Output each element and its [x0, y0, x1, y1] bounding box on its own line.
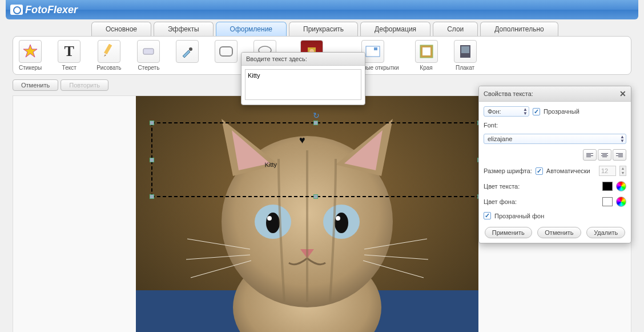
text-entry-popup: Вводите текст здесь:: [241, 52, 365, 105]
svg-rect-10: [366, 46, 380, 57]
auto-size-checkbox[interactable]: [536, 167, 543, 175]
stickers-icon: [19, 40, 42, 63]
header-bar: FotoFlexer: [6, 0, 638, 19]
font-size-label: Размер шрифта:: [484, 167, 532, 174]
delete-button[interactable]: Удалить: [586, 227, 625, 238]
text-color-picker-icon[interactable]: [616, 181, 626, 191]
tool-shape-rect[interactable]: [215, 40, 238, 65]
tool-edges[interactable]: Края: [415, 40, 438, 71]
tool-poster[interactable]: Плакат: [454, 40, 477, 71]
svg-point-4: [189, 47, 192, 51]
tab-distort[interactable]: Деформация: [360, 22, 430, 36]
tool-draw[interactable]: Рисовать: [96, 40, 121, 71]
transparent-checkbox[interactable]: [533, 108, 540, 115]
svg-rect-5: [220, 47, 232, 56]
tool-color-picker[interactable]: [176, 40, 199, 65]
svg-point-23: [335, 213, 348, 233]
resize-handle-s[interactable]: [313, 194, 318, 199]
redo-button[interactable]: Повторить: [61, 79, 108, 91]
text-color-swatch[interactable]: [602, 182, 613, 191]
transparent-bg-checkbox[interactable]: [484, 212, 491, 219]
cancel-button[interactable]: Отменить: [537, 227, 581, 238]
chevron-updown-icon: ▲▼: [523, 107, 528, 115]
apply-button[interactable]: Применить: [485, 227, 532, 238]
undo-button[interactable]: Отменить: [13, 79, 58, 91]
panel-title: Свойства текста:: [484, 90, 533, 97]
logo: FotoFlexer: [10, 4, 78, 16]
size-stepper[interactable]: ▲▼: [619, 166, 626, 176]
rounded-rect-icon: [215, 40, 238, 63]
tab-layers[interactable]: Слои: [433, 22, 478, 36]
font-size-input[interactable]: [599, 166, 616, 176]
resize-handle-w[interactable]: [150, 158, 154, 162]
pencil-icon: [98, 40, 120, 63]
resize-handle-nw[interactable]: [150, 121, 154, 125]
svg-point-22: [266, 213, 280, 233]
text-properties-panel: Свойства текста: ✕ Фон:▲▼ Прозрачный Fon…: [478, 86, 631, 243]
svg-marker-2: [104, 54, 106, 57]
transparent-label: Прозрачный: [544, 108, 579, 115]
dropper-icon: [176, 40, 199, 63]
svg-marker-0: [23, 45, 37, 57]
background-select[interactable]: Фон:▲▼: [484, 106, 529, 117]
tool-text[interactable]: TТекст: [58, 40, 80, 71]
auto-label: Автоматически: [546, 167, 590, 174]
canvas-text-layer[interactable]: Kitty♥: [264, 139, 277, 175]
svg-rect-13: [422, 47, 430, 55]
camera-icon: [10, 5, 23, 15]
chevron-updown-icon: ▲▼: [620, 135, 625, 143]
align-group: [583, 149, 626, 161]
poster-icon: [454, 40, 477, 63]
tool-stickers[interactable]: Стикеры: [19, 40, 42, 71]
bg-color-swatch[interactable]: [602, 197, 613, 206]
tab-basic[interactable]: Основное: [91, 22, 151, 36]
rotate-handle-icon[interactable]: [313, 111, 319, 117]
tab-decorate[interactable]: Оформление: [216, 22, 287, 36]
svg-rect-11: [374, 47, 377, 50]
tab-effects[interactable]: Эффекты: [154, 22, 214, 36]
main-tabs: Основное Эффекты Оформление Приукрасить …: [91, 22, 644, 36]
bg-color-label: Цвет фона:: [484, 198, 517, 205]
tool-erase[interactable]: Стереть: [137, 40, 160, 71]
svg-rect-1: [104, 44, 112, 54]
frame-icon: [415, 40, 438, 63]
eraser-icon: [137, 40, 160, 63]
panel-title-bar[interactable]: Свойства текста: ✕: [479, 86, 631, 102]
font-select[interactable]: elizajane▲▼: [484, 134, 626, 144]
text-icon: T: [58, 40, 80, 63]
popup-title: Вводите текст здесь:: [242, 53, 365, 66]
svg-rect-3: [143, 49, 154, 54]
font-label: Font:: [484, 122, 498, 129]
logo-text: FotoFlexer: [25, 4, 78, 16]
text-input[interactable]: [245, 69, 361, 100]
heart-icon: ♥: [299, 134, 305, 146]
svg-point-25: [336, 216, 340, 221]
resize-handle-n[interactable]: [313, 121, 318, 125]
align-center-button[interactable]: [598, 149, 611, 161]
text-color-label: Цвет текста:: [484, 183, 520, 190]
transparent-bg-label: Прозрачный фон: [494, 213, 544, 219]
svg-point-24: [267, 216, 272, 221]
bg-color-picker-icon[interactable]: [616, 197, 626, 207]
close-icon[interactable]: ✕: [619, 89, 626, 98]
tab-beautify[interactable]: Приукрасить: [289, 22, 358, 36]
align-right-button[interactable]: [613, 149, 626, 161]
tab-advanced[interactable]: Дополнительно: [480, 22, 558, 36]
text-selection-box[interactable]: [151, 122, 480, 197]
align-left-button[interactable]: [583, 149, 597, 161]
svg-rect-15: [461, 46, 469, 53]
resize-handle-sw[interactable]: [150, 194, 154, 199]
